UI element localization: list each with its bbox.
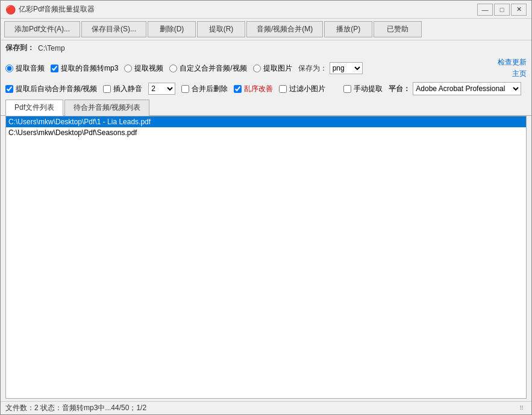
merge-button[interactable]: 音频/视频合并(M) [246,21,323,37]
extract-audio-label: 提取音频 [16,63,45,74]
maximize-button[interactable]: □ [494,4,510,16]
platform-group: 平台： Adobe Acrobat Professional Foxit Rea… [389,82,521,95]
tab-pending-merge[interactable]: 待合并音频/视频列表 [64,100,149,116]
merge-delete-group[interactable]: 合并后删除 [181,84,228,94]
resize-grip: ⠿ [519,405,527,412]
insert-silence-checkbox[interactable] [103,85,111,93]
check-update-link[interactable]: 检查更新 [498,57,527,68]
manual-extract-checkbox[interactable] [343,85,351,93]
extract-image-label: 提取图片 [263,63,292,74]
merge-delete-checkbox[interactable] [181,85,189,93]
num-select[interactable]: 2 3 4 [148,83,175,95]
chaos-label: 乱序改善 [244,84,273,94]
manual-extract-group[interactable]: 手动提取 [343,84,383,94]
filter-small-label: 过滤小图片 [289,84,325,94]
insert-silence-label: 插入静音 [113,84,142,94]
extract-audio-mp3-label: 提取的音频转mp3 [61,63,118,74]
auto-merge-group[interactable]: 提取后自动合并音频/视频 [5,84,97,94]
save-to-row: 保存到： C:\Temp [1,40,531,55]
filter-small-checkbox[interactable] [279,85,287,93]
options-row1: 提取音频 提取的音频转mp3 提取视频 自定义合并音频/视频 提取图片 保存为：… [1,55,531,81]
app-title: 亿彩Pdf音频批量提取器 [19,4,95,14]
merge-delete-label: 合并后删除 [192,84,228,94]
chaos-group[interactable]: 乱序改善 [234,84,273,94]
help-button[interactable]: 已赞助 [374,21,422,37]
extract-image-radio-group[interactable]: 提取图片 [253,63,292,74]
tab-pdf-list[interactable]: Pdf文件列表 [5,100,63,116]
custom-merge-radio[interactable] [169,65,177,72]
file-list-container[interactable]: C:\Users\mkw\Desktop\Pdf\1 - Lia Leads.p… [5,116,527,399]
auto-merge-label: 提取后自动合并音频/视频 [16,84,97,94]
extract-audio-mp3-group[interactable]: 提取的音频转mp3 [51,63,118,74]
save-as-label: 保存为： [298,63,327,74]
app-icon: 🔴 [5,5,15,14]
save-dir-button[interactable]: 保存目录(S)... [81,21,146,37]
status-text: 文件数：2 状态：音频转mp3中...44/50；1/2 [5,403,146,413]
title-bar: 🔴 亿彩Pdf音频批量提取器 — □ ✕ [1,1,531,19]
extract-video-label: 提取视频 [134,63,163,74]
save-as-group: 保存为： png jpg bmp [298,62,363,74]
extract-audio-radio-group[interactable]: 提取音频 [5,63,45,74]
auto-merge-checkbox[interactable] [5,85,13,93]
list-item[interactable]: C:\Users\mkw\Desktop\Pdf\Seasons.pdf [6,127,526,138]
platform-label: 平台： [389,84,410,94]
play-button[interactable]: 播放(P) [324,21,372,37]
add-pdf-button[interactable]: 添加Pdf文件(A)... [4,21,80,37]
filter-small-group[interactable]: 过滤小图片 [279,84,325,94]
save-to-label: 保存到： [5,43,34,53]
title-bar-left: 🔴 亿彩Pdf音频批量提取器 [5,4,95,14]
toolbar: 添加Pdf文件(A)... 保存目录(S)... 删除(D) 提取(R) 音频/… [1,19,531,40]
manual-extract-label: 手动提取 [354,84,383,94]
tabs-bar: Pdf文件列表 待合并音频/视频列表 [1,97,531,116]
options-row2: 提取后自动合并音频/视频 插入静音 2 3 4 合并后删除 乱序改善 过滤小图片… [1,81,531,97]
extract-audio-mp3-checkbox[interactable] [51,65,58,72]
close-button[interactable]: ✕ [511,4,527,16]
list-item[interactable]: C:\Users\mkw\Desktop\Pdf\1 - Lia Leads.p… [6,116,526,127]
extract-audio-radio[interactable] [5,65,13,72]
minimize-button[interactable]: — [477,4,493,16]
custom-merge-radio-group[interactable]: 自定义合并音频/视频 [169,63,246,74]
home-link[interactable]: 主页 [512,69,527,79]
chaos-checkbox[interactable] [234,85,242,93]
extract-video-radio[interactable] [124,65,132,72]
platform-select[interactable]: Adobe Acrobat Professional Foxit Reader … [413,82,521,95]
main-window: 🔴 亿彩Pdf音频批量提取器 — □ ✕ 添加Pdf文件(A)... 保存目录(… [0,0,532,415]
delete-button[interactable]: 删除(D) [148,21,196,37]
insert-silence-group[interactable]: 插入静音 [103,84,142,94]
status-bar: 文件数：2 状态：音频转mp3中...44/50；1/2 ⠿ [1,401,531,414]
custom-merge-label: 自定义合并音频/视频 [180,63,246,74]
extract-button[interactable]: 提取(R) [197,21,245,37]
extract-video-radio-group[interactable]: 提取视频 [124,63,163,74]
save-to-path: C:\Temp [38,44,65,52]
title-bar-controls: — □ ✕ [477,4,527,16]
extract-image-radio[interactable] [253,65,261,72]
save-as-select[interactable]: png jpg bmp [330,62,363,74]
